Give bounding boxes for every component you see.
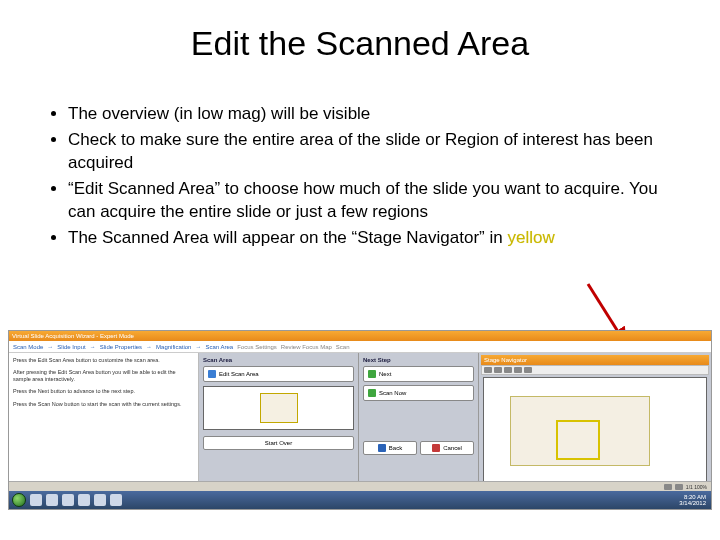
ruler-horizontal [496, 378, 706, 386]
next-label: Next [379, 371, 391, 377]
ruler-vertical [484, 386, 496, 484]
stage-navigator-canvas[interactable] [483, 377, 707, 485]
step-scan-area[interactable]: Scan Area [205, 344, 233, 350]
scan-now-label: Scan Now [379, 390, 406, 396]
start-over-label: Start Over [265, 440, 292, 446]
stage-scanned-region[interactable] [556, 420, 600, 460]
taskbar-app-icon[interactable] [78, 494, 90, 506]
bullet-4: The Scanned Area will appear on the “Sta… [68, 227, 674, 250]
stage-tool-icon[interactable] [514, 367, 522, 373]
tab-review-focus-map[interactable]: Review Focus Map [281, 344, 332, 350]
edit-scan-area-label: Edit Scan Area [219, 371, 259, 377]
embedded-screenshot: Virtual Slide Acquisition Wizard - Exper… [8, 330, 712, 510]
next-step-label: Next Step [363, 357, 474, 363]
instruction-3: Press the Next button to advance to the … [13, 388, 194, 395]
bullet-4-yellow: yellow [507, 228, 554, 247]
taskbar-app-icon[interactable] [110, 494, 122, 506]
stage-tool-icon[interactable] [504, 367, 512, 373]
stage-tool-icon[interactable] [484, 367, 492, 373]
taskbar-app-icon[interactable] [94, 494, 106, 506]
start-over-button[interactable]: Start Over [203, 436, 354, 450]
instruction-2: After pressing the Edit Scan Area button… [13, 369, 194, 383]
stage-tool-icon[interactable] [524, 367, 532, 373]
back-label: Back [389, 445, 402, 451]
wizard-breadcrumb: Scan Mode→ Slide Input→ Slide Properties… [9, 341, 711, 353]
stage-navigator-title: Stage Navigator [481, 355, 709, 365]
tab-scan[interactable]: Scan [336, 344, 350, 350]
taskbar-app-icon[interactable] [46, 494, 58, 506]
slide-title: Edit the Scanned Area [0, 24, 720, 63]
edit-scan-area-button[interactable]: Edit Scan Area [203, 366, 354, 382]
step-magnification[interactable]: Magnification [156, 344, 191, 350]
stage-tool-icon[interactable] [494, 367, 502, 373]
statusbar: 1/1 100% [9, 481, 711, 491]
bullet-list: The overview (in low mag) will be visibl… [46, 103, 674, 250]
bullet-4-prefix: The Scanned Area will appear on the “Sta… [68, 228, 507, 247]
cancel-label: Cancel [443, 445, 462, 451]
next-button[interactable]: Next [363, 366, 474, 382]
system-clock[interactable]: 8:20 AM 3/14/2012 [679, 494, 708, 506]
scan-area-panel: Scan Area Edit Scan Area Start Over [199, 353, 359, 493]
stage-navigator-panel: Stage Navigator [479, 353, 711, 493]
play-icon [368, 389, 376, 397]
bullet-1: The overview (in low mag) will be visibl… [68, 103, 674, 126]
step-slide-properties[interactable]: Slide Properties [100, 344, 142, 350]
edit-icon [208, 370, 216, 378]
arrow-right-icon [368, 370, 376, 378]
status-icon [675, 484, 683, 490]
bullet-2: Check to make sure the entire area of th… [68, 129, 674, 175]
instruction-1: Press the Edit Scan Area button to custo… [13, 357, 194, 364]
step-slide-input[interactable]: Slide Input [57, 344, 85, 350]
arrow-left-icon [378, 444, 386, 452]
taskbar-app-icon[interactable] [62, 494, 74, 506]
next-step-panel: Next Step Next Scan Now Back Cancel [359, 353, 479, 493]
taskbar-app-icon[interactable] [30, 494, 42, 506]
scan-now-button[interactable]: Scan Now [363, 385, 474, 401]
wizard-instructions-panel: Press the Edit Scan Area button to custo… [9, 353, 199, 493]
back-button[interactable]: Back [363, 441, 417, 455]
status-icon [664, 484, 672, 490]
wizard-titlebar: Virtual Slide Acquisition Wizard - Exper… [9, 331, 711, 341]
scan-area-preview [203, 386, 354, 430]
cancel-button[interactable]: Cancel [420, 441, 474, 455]
scan-area-label: Scan Area [203, 357, 354, 363]
windows-taskbar: 8:20 AM 3/14/2012 [9, 491, 711, 509]
tab-focus-settings[interactable]: Focus Settings [237, 344, 277, 350]
step-scan-mode[interactable]: Scan Mode [13, 344, 43, 350]
instruction-4: Press the Scan Now button to start the s… [13, 401, 194, 408]
start-button[interactable] [12, 493, 26, 507]
cancel-icon [432, 444, 440, 452]
scan-area-preview-region [260, 393, 298, 423]
clock-date: 3/14/2012 [679, 500, 706, 506]
bullet-3: “Edit Scanned Area” to choose how much o… [68, 178, 674, 224]
stage-navigator-toolbar [481, 365, 709, 375]
status-text: 1/1 100% [686, 484, 707, 490]
